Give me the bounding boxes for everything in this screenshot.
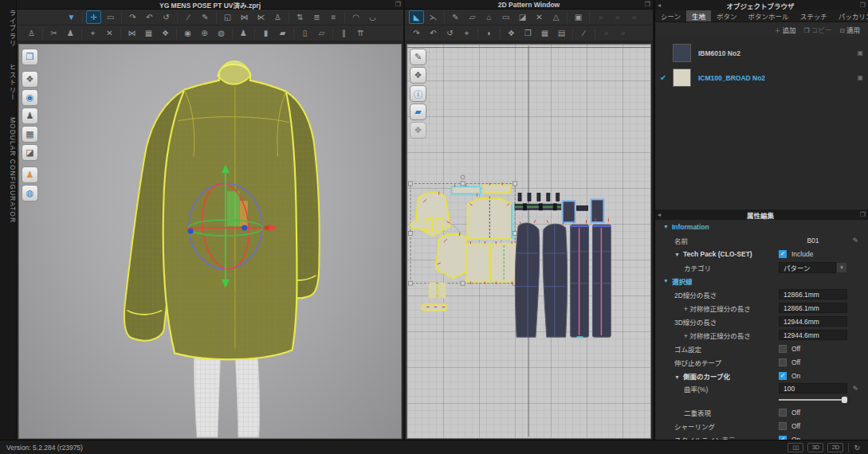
overflow-e-icon[interactable]: » (615, 26, 630, 40)
name-value[interactable]: B01 (779, 237, 847, 245)
float-window-icon[interactable]: ❐ (395, 0, 401, 10)
sidebar-tab-library[interactable]: ライブラリ (0, 3, 17, 54)
titlebar-3d[interactable]: YG MENS POSE PT UV済み.zprj ❐ (17, 0, 403, 10)
edit-pencil-icon[interactable]: ✎ (847, 237, 858, 245)
notch-icon[interactable]: ✕ (532, 10, 547, 24)
edit-curvature-icon[interactable]: ✎ (448, 10, 463, 24)
zipper-icon[interactable]: ♟ (236, 26, 251, 40)
band-b-icon[interactable]: ▰ (275, 26, 290, 40)
mesh-view-icon[interactable]: ▦ (22, 126, 38, 143)
show-3d-garment-icon[interactable]: ❖ (504, 26, 519, 40)
pattern-color-icon[interactable]: ▤ (554, 26, 569, 40)
apply-fabric-button[interactable]: ⊡適用 (839, 25, 860, 34)
edit-sculpt-icon[interactable]: ✎ (198, 10, 213, 24)
trace-icon[interactable]: △ (548, 10, 564, 24)
3d-viewport[interactable]: ❒❖◉♟▦◪♟◍ (18, 44, 402, 439)
fabric-expand-icon[interactable]: ▣ (857, 74, 863, 81)
garment-3d-scene[interactable] (19, 45, 401, 438)
symmetry-icon[interactable]: ∥ (336, 26, 352, 40)
fit-garment-icon[interactable]: ♙ (270, 10, 285, 24)
fabric-row-icm100[interactable]: ✔ ICM100_BROAD No2 ▣ (655, 65, 868, 90)
pin-2d-icon[interactable]: ↷ (409, 26, 424, 40)
rectangle-icon[interactable]: ▭ (498, 10, 513, 24)
pattern-info-icon[interactable]: ⓘ (410, 85, 426, 102)
tab-fabric[interactable]: 生地 (686, 10, 711, 22)
grainline-icon[interactable]: ∕ (576, 26, 591, 40)
curvature-slider[interactable] (779, 396, 847, 404)
section-information[interactable]: ▼Information (655, 220, 868, 233)
dual-view-button[interactable]: ▯▯ (787, 443, 803, 452)
overflow-b-icon[interactable]: » (610, 10, 625, 24)
dart-icon[interactable]: ◪ (515, 10, 530, 24)
stitch-3d-icon[interactable]: ⋈ (124, 26, 139, 40)
tab-scene[interactable]: シーン (655, 10, 686, 22)
avatar-walk-icon[interactable]: ♙ (24, 26, 39, 40)
lock-2d-icon[interactable]: ⌖ (459, 26, 474, 40)
2d-view-button[interactable]: 2D (827, 443, 843, 452)
fabric-swatch[interactable] (673, 44, 691, 62)
tab-buttonhole[interactable]: ボタンホール (743, 10, 795, 22)
wind-display-icon[interactable]: ◪ (22, 144, 38, 161)
float-window-icon[interactable]: ❐ (645, 0, 650, 10)
select-rectangle-icon[interactable]: ▭ (103, 10, 118, 24)
environment-icon[interactable]: ◍ (22, 185, 38, 202)
band-c-icon[interactable]: ▯ (297, 26, 312, 40)
3d-length-value[interactable]: 12944.6mm (779, 316, 847, 327)
measure-y-icon[interactable]: ✕ (102, 26, 117, 40)
buttonhole-icon[interactable]: ⊕ (197, 26, 212, 40)
pants-pattern-pieces[interactable] (515, 193, 611, 337)
refresh-icon[interactable]: ↻ (854, 444, 860, 452)
spool-thread-icon[interactable]: ≣ (309, 10, 324, 24)
include-checkbox[interactable]: ✓ (779, 250, 787, 258)
render-style-icon[interactable]: ❒ (22, 49, 38, 65)
fabric-expand-icon[interactable]: ▣ (857, 49, 863, 57)
arrange-points-icon[interactable]: ⇅ (293, 10, 308, 24)
transform-pattern-icon[interactable]: ◣ (409, 10, 424, 24)
3d-view-button[interactable]: 3D (807, 443, 823, 452)
sidebar-tab-modular-configurator[interactable]: MODULAR CONFIGURATOR (0, 111, 17, 229)
fabric-view-icon[interactable]: ▰ (410, 104, 426, 120)
slider-handle[interactable] (842, 397, 847, 403)
edit-pencil-icon[interactable]: ✎ (847, 385, 858, 393)
band-d-icon[interactable]: ▱ (314, 26, 329, 40)
loop-measure-icon[interactable]: ◡ (365, 10, 380, 24)
dropdown-arrow-icon[interactable]: ▾ (836, 262, 847, 273)
tab-puckering[interactable]: パッカリング (833, 10, 868, 22)
tape-measure-icon[interactable]: ✂ (46, 26, 61, 40)
garment-collar[interactable] (218, 61, 251, 84)
button-lock-icon[interactable]: ◍ (214, 26, 229, 40)
shirt-pattern-pieces[interactable] (410, 182, 516, 311)
clone-pattern-icon[interactable]: ▣ (571, 10, 586, 24)
curvature-value[interactable]: 100 (779, 383, 847, 393)
simulate-icon[interactable]: ▼ (64, 10, 79, 24)
2d-pattern-viewport[interactable]: ✎❖ⓘ▰❖ (407, 44, 651, 439)
measure-x-icon[interactable]: ⌖ (85, 26, 100, 40)
panel-pin-icon[interactable]: ◂ (655, 2, 663, 9)
shirring-checkbox[interactable]: ✓ (779, 422, 787, 430)
2d-length-value[interactable]: 12866.1mm (779, 289, 847, 299)
avatar-display-icon[interactable]: ♟ (22, 166, 38, 183)
2d-sym-length-value[interactable]: 12866.1mm (779, 303, 847, 313)
show-pattern-icon[interactable]: ❖ (410, 67, 426, 84)
pen-surface-icon[interactable]: ∕ (181, 10, 196, 24)
overflow-c-icon[interactable]: » (626, 10, 642, 24)
band-a-icon[interactable]: ▮ (258, 26, 273, 40)
tab-stitch[interactable]: ステッチ (795, 10, 833, 22)
sew-segment-icon[interactable]: ⋈ (237, 10, 252, 24)
overflow-a-icon[interactable]: » (593, 10, 608, 24)
texture-paint-icon[interactable]: ◉ (22, 89, 38, 106)
button-icon[interactable]: ◉ (180, 26, 195, 40)
pen-tablet-icon[interactable]: ✎ (410, 49, 426, 65)
polygon-icon[interactable]: ⌂ (481, 10, 497, 24)
section-selected-line[interactable]: ▼選択線 (655, 274, 868, 288)
side-curve-checkbox[interactable]: ✓ (779, 372, 787, 380)
float-window-icon[interactable]: ❐ (858, 211, 868, 218)
show-garment-icon[interactable]: ❖ (22, 71, 38, 88)
add-point-icon[interactable]: ▱ (465, 10, 480, 24)
fabric-row-ibm6010[interactable]: ✔ IBM6010 No2 ▣ (655, 41, 868, 65)
copy-fabric-button[interactable]: ❐コピー (804, 25, 832, 34)
unpin-icon[interactable]: ↺ (159, 10, 174, 24)
stitch-star-icon[interactable]: ❖ (158, 26, 173, 40)
add-fabric-button[interactable]: ＋追加 (775, 25, 796, 34)
edit-pattern-icon[interactable]: ⋋ (426, 10, 441, 24)
